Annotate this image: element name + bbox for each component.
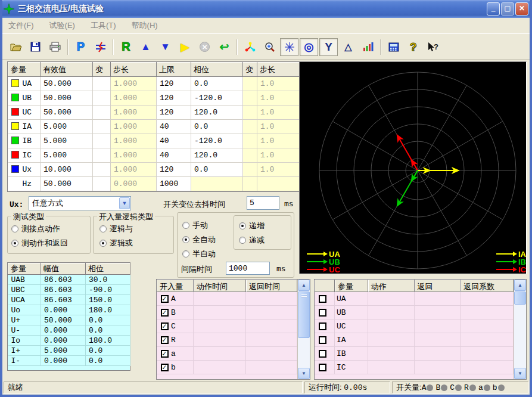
var2-cell[interactable] <box>243 134 257 148</box>
col-header-ret[interactable]: 返回 <box>415 280 461 292</box>
delta-connection-button[interactable]: △ <box>339 38 357 56</box>
interval-input[interactable] <box>226 262 270 275</box>
table-row[interactable]: A <box>157 292 297 306</box>
var2-cell[interactable] <box>243 106 257 120</box>
step2-cell[interactable] <box>257 177 301 191</box>
scroll-down-icon[interactable]: ▼ <box>514 368 526 379</box>
checkbox[interactable] <box>161 350 169 358</box>
col-header-binary[interactable]: 开入量 <box>157 280 194 292</box>
col-header-param[interactable]: 参量 <box>335 280 368 292</box>
scroll-down-icon[interactable]: ▼ <box>298 368 310 379</box>
checkbox[interactable] <box>319 350 326 358</box>
radio-action-return[interactable]: 测动作和返回 <box>11 238 68 249</box>
scrollbar[interactable]: ▲ ▼ <box>297 280 310 379</box>
phase-cell[interactable]: 0.0 <box>191 163 243 177</box>
limit-cell[interactable]: 40 <box>157 148 191 163</box>
step1-cell[interactable]: 1.000 <box>111 148 157 163</box>
var2-cell[interactable] <box>243 163 257 177</box>
phase-cell[interactable]: 0.0 <box>191 77 243 91</box>
limit-cell[interactable]: 120 <box>157 106 191 120</box>
table-row[interactable]: UB <box>315 306 514 320</box>
radio-icon[interactable] <box>239 222 246 229</box>
radio-full-auto[interactable]: 全自动 <box>182 234 216 245</box>
radio-semi-auto[interactable]: 半自动 <box>182 249 216 259</box>
vector-view-button[interactable] <box>241 38 259 56</box>
phase-p-button[interactable]: P <box>71 38 90 56</box>
chevron-down-icon[interactable]: ▼ <box>119 197 130 209</box>
step2-cell[interactable]: 1.0 <box>257 163 301 177</box>
col-header-var2[interactable]: 变 <box>243 63 257 77</box>
col-header-act[interactable]: 动作 <box>368 280 415 292</box>
step1-cell[interactable]: 1.000 <box>111 134 157 148</box>
limit-cell[interactable]: 1000 <box>157 177 191 191</box>
harmonics-button[interactable] <box>359 38 377 56</box>
checkbox[interactable] <box>161 309 169 317</box>
minimize-button[interactable]: _ <box>487 2 500 15</box>
checkbox[interactable] <box>319 322 326 330</box>
var2-cell[interactable] <box>243 148 257 163</box>
rms-cell[interactable]: 50.000 <box>41 177 93 191</box>
menu-tools[interactable]: 工具(T) <box>91 20 116 31</box>
var2-cell[interactable] <box>243 120 257 134</box>
limit-cell[interactable]: 40 <box>157 134 191 148</box>
close-button[interactable]: ✕ <box>515 2 528 15</box>
scroll-up-icon[interactable]: ▲ <box>298 280 310 291</box>
checkbox[interactable] <box>319 309 326 317</box>
phase-cell[interactable]: -120.0 <box>191 134 243 148</box>
var2-cell[interactable] <box>243 91 257 106</box>
var1-cell[interactable] <box>93 106 111 120</box>
col-header-amp[interactable]: 幅值 <box>41 263 86 275</box>
var1-cell[interactable] <box>93 177 111 191</box>
checkbox[interactable] <box>161 322 169 330</box>
lower-button[interactable]: ▼ <box>156 38 175 56</box>
table-row[interactable]: UC <box>315 320 514 333</box>
col-header-param[interactable]: 参量 <box>8 63 41 77</box>
var2-cell[interactable] <box>243 177 257 191</box>
open-button[interactable] <box>7 38 25 56</box>
var1-cell[interactable] <box>93 120 111 134</box>
table-row[interactable]: IA <box>315 333 514 347</box>
scrollbar-track[interactable] <box>298 339 310 368</box>
limit-cell[interactable]: 120 <box>157 163 191 177</box>
col-header-step1[interactable]: 步长 <box>111 63 157 77</box>
col-header-var1[interactable]: 变 <box>93 63 111 77</box>
step2-cell[interactable]: 1.0 <box>257 106 301 120</box>
step1-cell[interactable]: 1.000 <box>111 163 157 177</box>
wye-connection-button[interactable]: Y <box>319 38 338 56</box>
step1-cell[interactable]: 0.000 <box>111 177 157 191</box>
var2-cell[interactable] <box>243 77 257 91</box>
menu-test[interactable]: 试验(E) <box>49 20 75 31</box>
limit-cell[interactable]: 40 <box>157 120 191 134</box>
phase-cell[interactable] <box>191 177 243 191</box>
zoom-button[interactable] <box>260 38 279 56</box>
step1-cell[interactable]: 1.000 <box>111 77 157 91</box>
radio-logic-or[interactable]: 逻辑或 <box>99 238 133 249</box>
radio-logic-and[interactable]: 逻辑与 <box>99 224 133 234</box>
radio-icon[interactable] <box>11 240 18 247</box>
var1-cell[interactable] <box>93 148 111 163</box>
step1-cell[interactable]: 1.000 <box>111 106 157 120</box>
checkbox[interactable] <box>319 336 326 344</box>
scrollbar-thumb[interactable] <box>298 291 310 338</box>
scrollbar-thumb[interactable] <box>514 291 526 305</box>
checkbox[interactable] <box>319 295 326 303</box>
undo-button[interactable]: ↩ <box>215 38 234 56</box>
raise-button[interactable]: ▲ <box>136 38 155 56</box>
table-row[interactable]: C <box>157 320 297 333</box>
limit-cell[interactable]: 120 <box>157 77 191 91</box>
phase-cell[interactable]: 120.0 <box>191 148 243 163</box>
phase-cell[interactable]: 120.0 <box>191 106 243 120</box>
stop-button[interactable]: ✕ <box>195 38 214 56</box>
step2-cell[interactable]: 1.0 <box>257 148 301 163</box>
checkbox[interactable] <box>161 295 169 303</box>
col-header-step2[interactable]: 步长 <box>257 63 301 77</box>
checkbox[interactable] <box>161 336 169 344</box>
radio-icon[interactable] <box>11 225 18 232</box>
checkbox[interactable] <box>161 364 169 371</box>
scrollbar[interactable]: ▲ ▼ <box>514 280 526 379</box>
limit-cell[interactable]: 120 <box>157 91 191 106</box>
var1-cell[interactable] <box>93 134 111 148</box>
radio-icon[interactable] <box>239 237 246 244</box>
rms-cell[interactable]: 50.000 <box>41 91 93 106</box>
step1-cell[interactable]: 1.000 <box>111 91 157 106</box>
